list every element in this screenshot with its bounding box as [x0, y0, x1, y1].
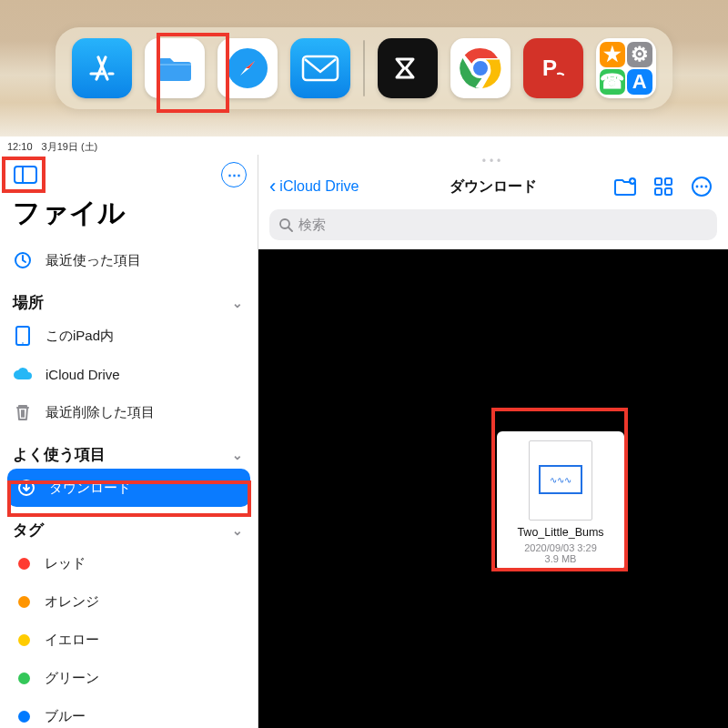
- dock-app-powerpoint[interactable]: P: [523, 38, 583, 98]
- svg-rect-23: [665, 188, 672, 195]
- sidebar-item-on-ipad[interactable]: このiPad内: [0, 317, 258, 355]
- chevron-down-icon: ⌄: [232, 296, 243, 310]
- svg-point-26: [701, 186, 703, 188]
- capcut-icon: [391, 52, 424, 85]
- file-name: Two_Little_Bums: [502, 526, 619, 540]
- svg-point-27: [705, 186, 708, 188]
- svg-rect-16: [16, 327, 29, 345]
- sidebar-icon: [14, 166, 37, 184]
- svg-rect-13: [15, 167, 36, 183]
- status-date: 3月19日 (土): [42, 140, 98, 154]
- sidebar: ⋯ ファイル 最近使った項目 場所 ⌄: [0, 155, 258, 728]
- view-grid-button[interactable]: [648, 173, 679, 200]
- dock-app-mail[interactable]: [290, 38, 350, 98]
- download-icon: [16, 478, 36, 498]
- status-time: 12:10: [7, 141, 33, 152]
- tag-dot-icon: [18, 711, 30, 723]
- new-folder-button[interactable]: [610, 173, 641, 200]
- svg-rect-21: [665, 178, 672, 185]
- window-grabber[interactable]: •••: [258, 155, 728, 167]
- sidebar-tag-green[interactable]: グリーン: [0, 659, 258, 697]
- file-size: 3.9 MB: [502, 553, 619, 564]
- sidebar-item-label: 最近削除した項目: [46, 404, 155, 421]
- sidebar-item-label: ダウンロード: [49, 480, 131, 497]
- svg-rect-22: [655, 188, 662, 195]
- sidebar-tag-red[interactable]: レッド: [0, 544, 258, 582]
- chrome-icon: [458, 46, 503, 91]
- sidebar-title: ファイル: [0, 191, 258, 241]
- audio-file-icon: ∿∿∿: [529, 440, 592, 521]
- back-label: iCloud Drive: [279, 178, 359, 195]
- safari-icon: [224, 45, 271, 92]
- dock-app-chrome[interactable]: [450, 38, 511, 98]
- svg-line-29: [288, 228, 292, 231]
- more-options-button[interactable]: ⋯: [221, 162, 247, 187]
- search-input[interactable]: 検索: [269, 209, 717, 240]
- sidebar-item-label: 最近使った項目: [46, 252, 141, 269]
- sidebar-item-label: iCloud Drive: [46, 367, 120, 382]
- files-icon: [155, 52, 195, 85]
- sidebar-tag-yellow[interactable]: イエロー: [0, 621, 258, 659]
- sidebar-item-trash[interactable]: 最近削除した項目: [0, 393, 258, 431]
- folder-plus-icon: [613, 177, 637, 197]
- tag-dot-icon: [18, 558, 30, 570]
- sidebar-tag-orange[interactable]: オレンジ: [0, 582, 258, 621]
- section-header-favorites[interactable]: よく使う項目 ⌄: [0, 431, 258, 469]
- sidebar-item-downloads[interactable]: ダウンロード: [7, 469, 250, 507]
- section-header-locations[interactable]: 場所 ⌄: [0, 279, 258, 317]
- powerpoint-icon: P: [535, 50, 571, 86]
- toolbar: ‹ iCloud Drive ダウンロード: [258, 167, 728, 206]
- cloud-icon: [13, 364, 33, 384]
- svg-rect-20: [655, 178, 662, 185]
- svg-point-17: [22, 342, 24, 344]
- files-app-window: 12:10 3月19日 (土) ⋯ ファイル: [0, 136, 728, 728]
- chevron-down-icon: ⌄: [232, 523, 243, 538]
- status-bar: 12:10 3月19日 (土): [0, 136, 728, 155]
- section-header-tags[interactable]: タグ ⌄: [0, 507, 258, 544]
- svg-text:P: P: [542, 56, 557, 80]
- svg-point-25: [696, 186, 699, 188]
- file-date: 2020/09/03 3:29: [502, 542, 619, 553]
- main-panel: ••• ‹ iCloud Drive ダウンロード: [258, 155, 728, 728]
- chevron-down-icon: ⌄: [232, 448, 243, 462]
- sidebar-item-label: このiPad内: [46, 328, 114, 345]
- search-icon: [278, 217, 293, 232]
- svg-rect-8: [303, 56, 338, 80]
- search-placeholder: 検索: [298, 217, 326, 234]
- file-item[interactable]: ∿∿∿ Two_Little_Bums 2020/09/03 3:29 3.9 …: [497, 431, 624, 571]
- ipad-dock-area: P ★ ⚙ ☎ A: [0, 0, 728, 136]
- dock-app-library[interactable]: ★ ⚙ ☎ A: [596, 38, 656, 98]
- tag-dot-icon: [18, 672, 30, 684]
- clock-icon: [13, 250, 33, 270]
- back-button[interactable]: ‹ iCloud Drive: [269, 178, 359, 195]
- grid-icon: [653, 177, 673, 197]
- dock-app-appstore[interactable]: [72, 38, 132, 98]
- dock-app-files[interactable]: [145, 38, 205, 98]
- tag-dot-icon: [18, 596, 30, 608]
- dock-separator: [363, 40, 365, 96]
- ellipsis-icon: ⋯: [228, 167, 241, 183]
- sidebar-tag-blue[interactable]: ブルー: [0, 697, 258, 728]
- sidebar-toggle-button[interactable]: [7, 160, 44, 189]
- file-grid[interactable]: ∿∿∿ Two_Little_Bums 2020/09/03 3:29 3.9 …: [258, 249, 728, 728]
- sidebar-item-icloud[interactable]: iCloud Drive: [0, 355, 258, 393]
- dock: P ★ ⚙ ☎ A: [56, 27, 672, 109]
- trash-icon: [13, 402, 33, 422]
- sidebar-item-recents[interactable]: 最近使った項目: [0, 241, 258, 279]
- ellipsis-circle-icon: [691, 176, 713, 197]
- ipad-icon: [13, 326, 33, 346]
- app-library-icon: ★ ⚙ ☎ A: [596, 38, 656, 98]
- dock-app-capcut[interactable]: [378, 38, 438, 98]
- tag-dot-icon: [18, 634, 30, 646]
- dock-app-safari[interactable]: [217, 38, 278, 98]
- toolbar-more-button[interactable]: [686, 173, 717, 200]
- mail-icon: [301, 55, 339, 82]
- appstore-icon: [84, 50, 120, 86]
